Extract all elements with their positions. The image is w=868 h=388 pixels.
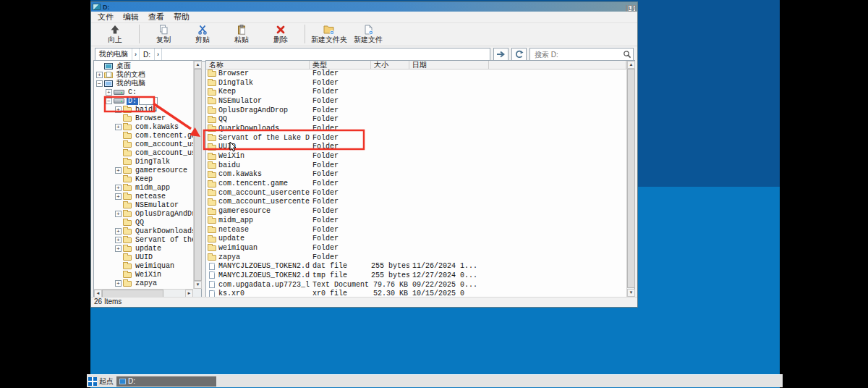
search-input[interactable] [533, 50, 623, 59]
expand-plus-icon[interactable]: + [115, 237, 122, 243]
file-row-gameresource[interactable]: gameresourceFolder [206, 206, 626, 216]
expand-plus-icon[interactable]: + [115, 211, 122, 217]
file-row-weimiquan[interactable]: weimiquanFolder [206, 243, 626, 253]
breadcrumb-segment-1[interactable]: D: [140, 48, 155, 61]
breadcrumb[interactable]: 我的电脑›D:› [95, 48, 490, 62]
expand-plus-icon[interactable]: + [96, 72, 103, 78]
tree-item-quarkdownloads[interactable]: +QuarkDownloads [94, 227, 193, 235]
tree-item-weimiquan[interactable]: weimiquan [94, 261, 193, 270]
file-row-com-tencent-game[interactable]: com.tencent.gameFolder [206, 179, 626, 188]
list-vscroll-thumb[interactable] [627, 69, 635, 288]
tree-vscroll-thumb[interactable] [194, 69, 202, 281]
file-row-com-upgadata-up7723-logcat-txt[interactable]: com.upgadata.up7723_logcat.txtText Docum… [206, 280, 626, 290]
restore-button[interactable]: L [628, 5, 632, 12]
column-header-2[interactable]: 大小 [371, 61, 409, 69]
menu-item-3[interactable]: 帮助 [174, 12, 190, 22]
expand-plus-icon[interactable]: + [115, 228, 122, 235]
toolbar-up-button[interactable]: 向上 [95, 24, 135, 45]
file-row-ks-xr0[interactable]: ks.xr0xr0 file52.30 KB10/15/2025 0 [206, 290, 626, 298]
scroll-up-button[interactable]: ▲ [627, 61, 635, 69]
column-header-0[interactable]: 名称 [206, 61, 310, 69]
tree-item-keep[interactable]: Keep [94, 174, 193, 183]
tree-item-c-[interactable]: +C: [94, 88, 193, 96]
minimize-button[interactable] [626, 5, 627, 12]
menu-item-2[interactable]: 查看 [148, 12, 164, 22]
file-row-baidu[interactable]: baiduFolder [206, 161, 626, 170]
scroll-down-button[interactable]: ▼ [627, 289, 635, 297]
expand-plus-icon[interactable]: + [115, 280, 122, 287]
file-row-browser[interactable]: BrowserFolder [206, 69, 626, 78]
tree-item-zapya[interactable]: +zapya [94, 279, 193, 287]
file-row-weixin[interactable]: WeiXinFolder [206, 151, 626, 161]
toolbar-delete-button[interactable]: 删除 [261, 24, 300, 45]
expand-plus-icon[interactable]: + [115, 167, 122, 174]
file-row-uuid[interactable]: UUIDFolder [206, 143, 626, 152]
tree-item-servant-of-the-lak[interactable]: +Servant of the Lak [94, 235, 193, 244]
tree-item--[interactable]: −我的电脑 [94, 79, 193, 88]
file-row-manycjlzoeus-token2-dat[interactable]: MANYCJLZOEUS_TOKEN2.datdat file255 bytes… [206, 261, 626, 271]
tree-item-com-kawaks[interactable]: +com.kawaks [94, 122, 193, 131]
tree-vertical-scrollbar[interactable]: ▲ ▼ [193, 61, 201, 289]
expand-plus-icon[interactable]: + [115, 185, 122, 191]
tree-item-update[interactable]: +update [94, 244, 193, 253]
file-row-dingtalk[interactable]: DingTalkFolder [206, 78, 626, 88]
expand-plus-icon[interactable]: + [115, 193, 122, 200]
file-row-com-account-usercenter[interactable]: com_account_usercenterFolder [206, 188, 626, 198]
file-row-netease[interactable]: neteaseFolder [206, 225, 626, 235]
collapse-minus-icon[interactable]: − [96, 80, 103, 87]
title-bar[interactable]: D: L/ [91, 2, 637, 12]
collapse-minus-icon[interactable]: − [106, 98, 112, 104]
expand-plus-icon[interactable]: + [115, 106, 122, 113]
chevron-right-icon[interactable]: › [155, 48, 162, 61]
menu-item-0[interactable]: 文件 [98, 12, 114, 22]
search-icon[interactable] [623, 50, 631, 59]
tree-item-midm-app[interactable]: +midm_app [94, 183, 193, 192]
expand-plus-icon[interactable]: + [106, 89, 112, 96]
file-row-quarkdownloads[interactable]: QuarkDownloadsFolder [206, 124, 626, 133]
file-row-zapya[interactable]: zapyaFolder [206, 253, 626, 262]
tree-horizontal-scrollbar[interactable]: ◄ ► [94, 289, 193, 297]
toolbar-new-file-button[interactable]: 新建文件 [349, 24, 388, 45]
list-vertical-scrollbar[interactable]: ▲ ▼ [626, 61, 634, 297]
tree-item-oplusdraganddrop[interactable]: +OplusDragAndDrop [94, 209, 193, 218]
tree-item-uuid[interactable]: UUID [94, 253, 193, 261]
file-row-com-account-usercenter-new[interactable]: com_account_usercenter_newFolder [206, 198, 626, 207]
rename-edit-box[interactable] [139, 97, 158, 105]
tree-item-weixin[interactable]: WeiXin [94, 270, 193, 279]
column-header-1[interactable]: 类型 [310, 61, 371, 69]
breadcrumb-segment-0[interactable]: 我的电脑 [95, 48, 132, 61]
tree-item-gameresource[interactable]: +gameresource [94, 166, 193, 174]
file-row-keep[interactable]: KeepFolder [206, 87, 626, 96]
close-button[interactable]: / [633, 5, 636, 12]
tree-item-dingtalk[interactable]: DingTalk [94, 157, 193, 166]
file-row-oplusdraganddrop[interactable]: OplusDragAndDropFolder [206, 106, 626, 115]
toolbar-cut-button[interactable]: 剪贴 [183, 24, 222, 45]
tree-item-d-[interactable]: −D: [94, 96, 193, 105]
toolbar-copy-button[interactable]: 复制 [144, 24, 183, 45]
scroll-up-button[interactable]: ▲ [194, 61, 202, 69]
column-header-3[interactable]: 日期 [409, 61, 489, 69]
refresh-button[interactable] [511, 48, 527, 62]
menu-item-1[interactable]: 编辑 [123, 12, 139, 22]
file-row-nsemulator[interactable]: NSEmulatorFolder [206, 96, 626, 106]
go-button[interactable] [493, 48, 509, 62]
taskbar-item-d-drive[interactable]: D: [116, 376, 216, 387]
file-row-qq[interactable]: QQFolder [206, 114, 626, 124]
toolbar-paste-button[interactable]: 粘贴 [222, 24, 261, 45]
tree-item-com-account-usercen[interactable]: com_account_usercen [94, 140, 193, 148]
toolbar-new-folder-button[interactable]: 新建文件夹 [310, 24, 349, 45]
file-row-servant-of-the-lake-demo[interactable]: Servant of the Lake DemoFolder [206, 133, 626, 143]
chevron-right-icon[interactable]: › [132, 48, 140, 61]
file-row-midm-app[interactable]: midm_appFolder [206, 216, 626, 225]
tree-item-netease[interactable]: +netease [94, 192, 193, 201]
tree-item-qq[interactable]: QQ [94, 218, 193, 227]
start-button[interactable]: 起点 [88, 376, 114, 387]
scroll-down-button[interactable]: ▼ [194, 281, 202, 289]
tree-item-nsemulator[interactable]: NSEmulator [94, 201, 193, 209]
file-row-manycjlzoeus-token2-dat-tmp[interactable]: MANYCJLZOEUS_TOKEN2.dat.tmptmp file255 b… [206, 271, 626, 280]
tree-item-baidu[interactable]: +baidu [94, 105, 193, 114]
file-row-com-kawaks[interactable]: com.kawaksFolder [206, 170, 626, 180]
tree-item-com-tencent-game[interactable]: com.tencent.game [94, 131, 193, 140]
tree-item-com-account-usercen[interactable]: com_account_usercen [94, 148, 193, 157]
tree-item-browser[interactable]: Browser [94, 114, 193, 122]
